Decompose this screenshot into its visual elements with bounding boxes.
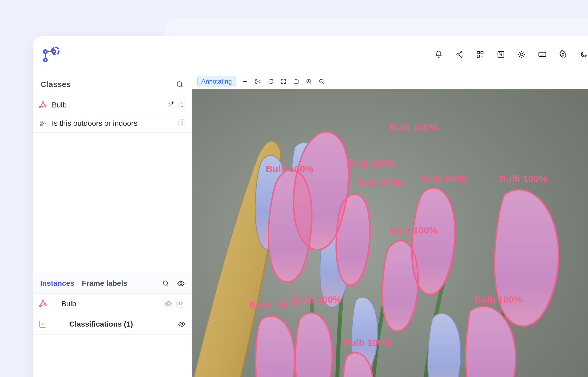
svg-rect-6 [477,51,480,54]
classifications-label: Classifications (1) [69,320,173,328]
svg-point-27 [181,323,183,325]
svg-point-28 [255,79,257,81]
keyboard-icon[interactable] [538,50,547,59]
class-hotkey: 1 [178,101,185,109]
brightness-icon[interactable] [517,50,526,59]
add-icon[interactable] [242,78,249,85]
svg-point-25 [45,304,46,305]
annotation-label: Bulb 100% [348,158,396,169]
share-icon[interactable] [455,50,464,59]
svg-point-14 [177,82,182,86]
svg-point-15 [39,106,41,108]
zoom-in-icon[interactable] [305,78,312,85]
svg-point-21 [163,281,168,285]
search-instances-icon[interactable] [162,280,169,287]
annotation-label: Bulb 100% [293,294,341,305]
fit-icon[interactable] [293,78,300,85]
svg-rect-30 [294,80,298,83]
annotation-label: Bulb 100% [474,294,522,305]
annotation-label: Bulb 100% [420,174,468,184]
classes-header: Classes [33,73,192,96]
instances-tabs: Instances Frame labels [33,273,192,294]
annotation-label: Bulb 100% [499,174,547,184]
annotation-label: Bulb 100% [266,164,314,174]
canvas-area: Annotating [192,73,588,377]
svg-point-17 [45,105,46,107]
polygon-icon [39,101,47,109]
svg-point-5 [461,56,462,58]
svg-point-3 [457,54,458,55]
topbar [33,36,588,73]
class-row-classification[interactable]: Is this outdoors or indoors 2 [33,114,192,133]
visibility-icon[interactable] [178,320,185,328]
grid-add-icon[interactable] [476,50,484,59]
instance-count: 12 [176,300,185,307]
dark-mode-icon[interactable] [580,50,588,59]
svg-rect-20 [44,123,45,124]
comment-icon[interactable] [267,78,274,85]
instance-row-bulb[interactable]: Bulb 12 [33,294,192,314]
svg-point-10 [500,54,502,56]
svg-point-4 [461,51,462,53]
scissors-icon[interactable] [254,78,261,85]
class-label: Bulb [52,101,163,109]
svg-rect-12 [539,52,546,57]
annotation-label: Bulb 100% [344,337,391,348]
search-classes-icon[interactable] [176,80,184,88]
svg-rect-18 [40,121,42,122]
svg-point-24 [42,300,44,302]
svg-point-11 [520,53,523,56]
fullscreen-icon[interactable] [280,78,287,85]
sidebar: Classes Bulb [33,73,192,377]
visibility-all-icon[interactable] [177,280,184,287]
tab-frame-labels[interactable]: Frame labels [82,279,127,288]
annotation-label: Bulb 100% [356,178,404,188]
svg-point-26 [167,303,169,305]
annotation-label: Bulb 100% [249,300,297,310]
save-icon[interactable] [497,50,505,59]
visibility-icon[interactable] [165,300,172,307]
class-label: Is this outdoors or indoors [52,119,174,128]
topbar-actions [434,50,588,59]
class-row-bulb[interactable]: Bulb 1 [33,96,192,114]
svg-point-1 [44,50,47,53]
classification-icon [39,119,47,128]
svg-rect-7 [481,51,483,54]
notifications-icon[interactable] [434,50,443,59]
classes-title: Classes [41,80,71,89]
class-hotkey: 2 [178,119,185,127]
svg-point-0 [44,58,47,62]
svg-point-16 [42,102,44,103]
zoom-out-icon[interactable] [318,78,325,85]
image-canvas[interactable]: Bulb 100%Bulb 100%Bulb 100%Bulb 100%Bulb… [192,89,588,377]
instance-label: Bulb [61,300,160,308]
expand-icon[interactable] [39,320,47,328]
svg-rect-9 [498,51,504,57]
settings-icon[interactable] [559,50,567,59]
svg-point-22 [180,283,182,285]
svg-rect-19 [40,124,42,125]
tab-instances[interactable]: Instances [40,279,74,288]
annotation-label: Bulb 100% [390,122,437,133]
classes-list: Bulb 1 Is this outdoors or indoors [33,96,192,133]
polygon-icon [39,300,47,308]
svg-rect-8 [477,55,480,57]
status-chip: Annotating [197,76,236,87]
canvas-toolbar: Annotating [197,73,588,90]
svg-point-13 [562,53,564,55]
annotation-label: Bulb 100% [390,225,437,236]
app-logo [42,45,61,64]
svg-point-23 [39,305,41,307]
app-window: Classes Bulb [33,36,588,377]
svg-point-29 [255,82,257,84]
classifications-row[interactable]: Classifications (1) [33,314,192,335]
magic-wand-icon[interactable] [167,101,175,109]
